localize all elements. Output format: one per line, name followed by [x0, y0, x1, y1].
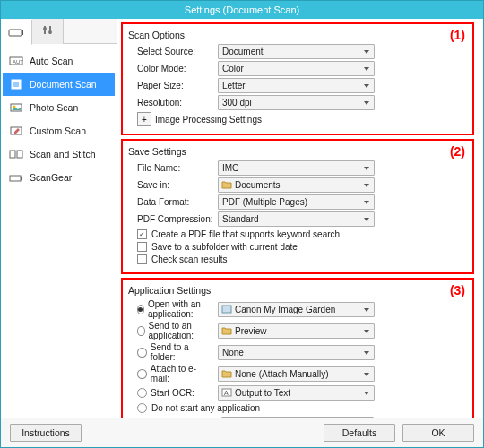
folder-icon — [221, 180, 232, 189]
send-folder-dropdown[interactable]: None — [218, 345, 375, 360]
svg-rect-0 — [9, 30, 22, 36]
svg-point-2 — [43, 27, 47, 30]
select-source-dropdown[interactable]: Document — [218, 44, 375, 59]
tab-scan[interactable] — [1, 20, 32, 45]
section-scan-options: (1) Scan Options Select Source: Document… — [121, 22, 474, 135]
custom-scan-icon — [8, 125, 24, 137]
send-app-dropdown[interactable]: Preview — [218, 323, 375, 339]
label-paper-size: Paper Size: — [128, 81, 214, 90]
scan-stitch-icon — [8, 148, 24, 160]
window-title: Settings (Document Scan) — [185, 4, 299, 15]
svg-point-3 — [48, 30, 52, 34]
instructions-button[interactable]: Instructions — [10, 424, 82, 442]
svg-rect-16 — [21, 177, 22, 180]
sidebar-item-label: Document Scan — [30, 79, 97, 90]
data-format-dropdown[interactable]: PDF (Multiple Pages) — [218, 194, 375, 210]
settings-window: Settings (Document Scan) AUTO A — [0, 0, 484, 448]
folder-icon — [221, 369, 232, 378]
label-check-results: Check scan results — [151, 254, 227, 264]
save-in-dropdown[interactable]: Documents — [218, 177, 375, 193]
paper-size-dropdown[interactable]: Letter — [218, 78, 375, 93]
section-app-settings: (3) Application Settings Open with an ap… — [121, 278, 474, 418]
label-ips: Image Processing Settings — [155, 115, 262, 125]
svg-rect-15 — [10, 176, 21, 181]
expand-ips-button[interactable]: + — [137, 112, 151, 126]
ok-button[interactable]: OK — [402, 424, 474, 442]
section-save-settings: (2) Save Settings File Name: IMG Save in… — [121, 139, 474, 274]
footer: Instructions Defaults OK — [1, 418, 483, 447]
photo-scan-icon — [8, 101, 24, 114]
section-title: Save Settings — [128, 146, 467, 157]
scanner-icon — [8, 26, 24, 39]
sidebar-item-label: Photo Scan — [30, 102, 78, 113]
radio-send-app[interactable] — [137, 326, 145, 336]
label-do-not-start: Do not start any application — [151, 403, 260, 413]
titlebar: Settings (Document Scan) — [1, 1, 483, 19]
label-send-folder: Send to a folder: — [128, 342, 214, 362]
checkbox-subfolder-date[interactable] — [137, 242, 147, 252]
file-name-combo[interactable]: IMG — [218, 160, 375, 176]
label-send-app: Send to an application: — [128, 321, 214, 340]
sidebar: AUTO Auto Scan Document Scan Photo Scan … — [1, 44, 117, 418]
radio-do-not-start[interactable] — [137, 403, 147, 413]
start-ocr-dropdown[interactable]: A Output to Text — [218, 385, 375, 401]
auto-scan-icon: AUTO — [8, 55, 24, 67]
sidebar-item-auto-scan[interactable]: AUTO Auto Scan — [3, 49, 115, 73]
label-select-source: Select Source: — [128, 47, 214, 56]
sidebar-item-scangear[interactable]: ScanGear — [3, 166, 115, 189]
tools-icon — [39, 25, 56, 38]
label-start-ocr: Start OCR: — [128, 388, 214, 398]
label-color-mode: Color Mode: — [128, 64, 214, 73]
top-tabstrip — [1, 19, 117, 44]
tab-tools[interactable] — [32, 19, 64, 44]
open-app-dropdown[interactable]: Canon My Image Garden — [218, 302, 375, 317]
document-scan-icon — [8, 78, 24, 90]
svg-text:AUTO: AUTO — [13, 59, 23, 65]
color-mode-dropdown[interactable]: Color — [218, 61, 375, 76]
resolution-dropdown[interactable]: 300 dpi — [218, 95, 375, 110]
scangear-icon — [8, 171, 24, 184]
svg-rect-1 — [22, 30, 23, 35]
svg-text:A: A — [224, 390, 229, 396]
sidebar-item-label: Custom Scan — [30, 125, 86, 136]
svg-rect-13 — [10, 151, 15, 158]
sidebar-item-label: Auto Scan — [30, 56, 73, 66]
sidebar-item-document-scan[interactable]: Document Scan — [3, 73, 115, 96]
label-keyword-pdf: Create a PDF file that supports keyword … — [151, 229, 340, 239]
checkbox-keyword-pdf[interactable] — [137, 229, 147, 239]
section-title: Scan Options — [128, 30, 467, 40]
radio-start-ocr[interactable] — [137, 388, 147, 398]
pdf-compression-dropdown[interactable]: Standard — [218, 211, 375, 227]
label-save-in: Save in: — [128, 180, 214, 190]
app-icon — [221, 305, 232, 314]
folder-icon — [221, 326, 232, 335]
label-subfolder-date: Save to a subfolder with current date — [151, 242, 298, 252]
label-resolution: Resolution: — [128, 98, 214, 108]
label-data-format: Data Format: — [128, 197, 214, 207]
sidebar-item-photo-scan[interactable]: Photo Scan — [3, 96, 115, 119]
main-panel: (1) Scan Options Select Source: Document… — [117, 19, 483, 418]
radio-open-app[interactable] — [137, 305, 144, 314]
radio-attach-email[interactable] — [137, 369, 147, 379]
sidebar-item-custom-scan[interactable]: Custom Scan — [3, 119, 115, 142]
sidebar-item-label: ScanGear — [30, 172, 72, 183]
sidebar-item-scan-stitch[interactable]: Scan and Stitch — [3, 142, 115, 166]
label-open-app: Open with an application: — [128, 299, 214, 319]
section-number-2: (2) — [450, 144, 465, 159]
sidebar-item-label: Scan and Stitch — [30, 149, 96, 159]
section-title: Application Settings — [128, 285, 467, 296]
label-pdf-compression: PDF Compression: — [128, 214, 214, 224]
svg-rect-17 — [222, 306, 231, 313]
radio-send-folder[interactable] — [137, 348, 147, 358]
more-functions-button[interactable]: More Functions — [221, 417, 374, 418]
attach-email-dropdown[interactable]: None (Attach Manually) — [218, 366, 375, 382]
label-file-name: File Name: — [128, 163, 214, 173]
defaults-button[interactable]: Defaults — [324, 424, 395, 442]
text-icon: A — [221, 388, 232, 397]
svg-rect-14 — [17, 151, 22, 158]
section-number-3: (3) — [450, 283, 465, 297]
checkbox-check-results[interactable] — [137, 254, 147, 264]
label-attach-email: Attach to e-mail: — [128, 364, 214, 383]
section-number-1: (1) — [450, 28, 465, 42]
